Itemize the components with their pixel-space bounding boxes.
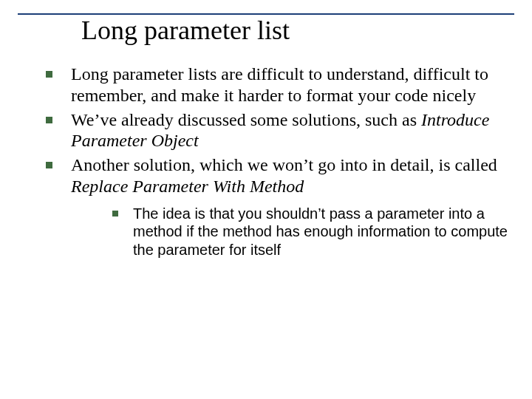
list-item: Another solution, which we won’t go into… — [37, 154, 508, 259]
bullet-text: Another solution, which we won’t go into… — [71, 155, 497, 174]
title-rule — [18, 13, 514, 15]
bullet-italic: Replace Parameter With Method — [71, 177, 304, 196]
bullet-text: Long parameter lists are difficult to un… — [71, 64, 488, 105]
bullet-text: We’ve already discussed some solutions, … — [71, 110, 421, 129]
list-item: We’ve already discussed some solutions, … — [37, 109, 508, 152]
body-area: Long parameter lists are difficult to un… — [37, 64, 508, 262]
sub-bullet-text: The idea is that you shouldn’t pass a pa… — [133, 205, 508, 258]
slide: Long parameter list Long parameter lists… — [0, 0, 532, 399]
title-area: Long parameter list — [18, 13, 514, 46]
list-item: The idea is that you shouldn’t pass a pa… — [105, 205, 508, 259]
sub-list: The idea is that you shouldn’t pass a pa… — [105, 205, 508, 259]
list-item: Long parameter lists are difficult to un… — [37, 64, 508, 106]
bullet-list: Long parameter lists are difficult to un… — [37, 64, 508, 259]
slide-title: Long parameter list — [18, 16, 514, 46]
